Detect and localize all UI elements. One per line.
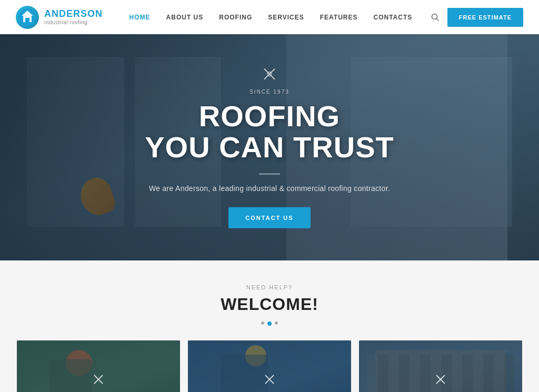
- svg-point-2: [432, 14, 437, 19]
- hero-title: ROOFING YOU CAN TRUST: [112, 101, 427, 163]
- main-nav: HOME ABOUT US ROOFING SERVICES FEATURES …: [111, 14, 431, 21]
- welcome-dots: [0, 321, 539, 326]
- nav-contacts[interactable]: CONTACTS: [373, 14, 412, 21]
- hero-divider: [259, 173, 280, 174]
- card-roofing-systems[interactable]: NEW ROOFING SYSTEMS Anderson is a certif…: [188, 340, 351, 392]
- search-icon: [431, 13, 440, 22]
- hero-content: SINCE 1973 ROOFING YOU CAN TRUST We are …: [112, 67, 427, 228]
- hero-title-line1: ROOFING: [199, 99, 340, 133]
- hero-since: SINCE 1973: [112, 89, 427, 95]
- contact-us-button[interactable]: CONTACT US: [228, 207, 310, 228]
- welcome-title: WELCOME!: [0, 295, 539, 314]
- hero-title-line2: YOU CAN TRUST: [145, 130, 394, 164]
- card-roofing-content: NEW ROOFING SYSTEMS Anderson is a certif…: [188, 364, 351, 392]
- card-waterproofing[interactable]: THE BEST WATERPROOFING Superior craftsma…: [17, 340, 180, 392]
- card-maintenance[interactable]: MAINTENANCE & REPAIR We respond quickly …: [359, 340, 522, 392]
- card-waterproofing-content: THE BEST WATERPROOFING Superior craftsma…: [17, 364, 180, 392]
- search-button[interactable]: [431, 13, 440, 22]
- nav-about[interactable]: ABOUT US: [166, 14, 204, 21]
- hero-subtitle: We are Anderson, a leading industrial & …: [112, 184, 427, 192]
- free-estimate-button[interactable]: FREE ESTIMATE: [447, 8, 523, 27]
- header-right: FREE ESTIMATE: [431, 8, 523, 27]
- card-waterproofing-icon: [27, 374, 169, 387]
- card-maintenance-icon: [370, 374, 512, 387]
- logo-icon: [16, 6, 39, 29]
- header: ANDERSON industrial roofing HOME ABOUT U…: [0, 0, 539, 34]
- logo-name: ANDERSON: [44, 9, 103, 19]
- logo-text: ANDERSON industrial roofing: [44, 9, 103, 25]
- nav-services[interactable]: SERVICES: [268, 14, 304, 21]
- dot-right: [275, 321, 278, 325]
- logo-subtitle: industrial roofing: [44, 19, 103, 25]
- nav-home[interactable]: HOME: [129, 14, 151, 21]
- nav-features[interactable]: FEATURES: [320, 14, 358, 21]
- card-maintenance-content: MAINTENANCE & REPAIR We respond quickly …: [359, 364, 522, 392]
- hero-tools-icon: [112, 67, 427, 85]
- dot-center: [267, 321, 272, 326]
- hero-section: SINCE 1973 ROOFING YOU CAN TRUST We are …: [0, 34, 539, 260]
- svg-line-3: [436, 18, 438, 21]
- welcome-label: NEED HELP?: [0, 284, 539, 290]
- nav-roofing[interactable]: ROOFING: [219, 14, 252, 21]
- dot-left: [261, 321, 264, 325]
- service-cards: THE BEST WATERPROOFING Superior craftsma…: [0, 340, 539, 392]
- svg-rect-1: [25, 18, 29, 22]
- card-roofing-icon: [198, 374, 341, 387]
- welcome-section: NEED HELP? WELCOME!: [0, 260, 539, 392]
- logo-area: ANDERSON industrial roofing: [16, 6, 111, 29]
